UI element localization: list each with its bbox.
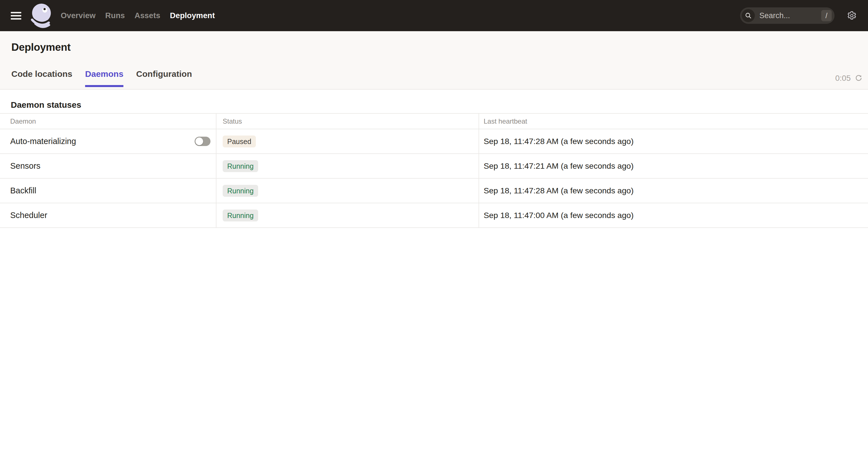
top-navigation-bar: Overview Runs Assets Deployment /	[0, 0, 868, 31]
status-badge: Running	[223, 160, 258, 172]
menu-icon[interactable]	[11, 12, 22, 20]
refresh-icon[interactable]	[855, 74, 863, 83]
tab-daemons[interactable]: Daemons	[85, 69, 123, 87]
search-input[interactable]	[760, 11, 821, 20]
daemon-name: Auto-materializing	[10, 137, 76, 146]
daemon-name: Backfill	[10, 186, 36, 195]
column-header-daemon: Daemon	[10, 118, 36, 125]
main-content: Daemon statuses Daemon Status Last heart…	[0, 90, 868, 228]
dagster-logo-icon[interactable]	[29, 3, 55, 29]
last-heartbeat-value: Sep 18, 11:47:28 AM (a few seconds ago)	[484, 137, 634, 146]
search-icon	[742, 9, 755, 22]
table-row: Backfill Running Sep 18, 11:47:28 AM (a …	[0, 178, 868, 203]
nav-deployment[interactable]: Deployment	[170, 11, 215, 20]
tab-configuration[interactable]: Configuration	[136, 69, 192, 87]
main-nav: Overview Runs Assets Deployment	[61, 11, 215, 20]
daemon-table: Daemon Status Last heartbeat Auto-materi…	[0, 113, 868, 228]
status-badge: Running	[223, 209, 258, 222]
refresh-area: 0:05	[835, 74, 863, 83]
table-header-row: Daemon Status Last heartbeat	[0, 114, 868, 129]
search-shortcut-hint: /	[821, 10, 832, 21]
table-row: Scheduler Running Sep 18, 11:47:00 AM (a…	[0, 203, 868, 228]
toggle-knob	[195, 137, 203, 145]
last-heartbeat-value: Sep 18, 11:47:00 AM (a few seconds ago)	[484, 211, 634, 220]
tab-code-locations[interactable]: Code locations	[11, 69, 72, 87]
search-box[interactable]: /	[740, 7, 835, 24]
page-header: Deployment Code locations Daemons Config…	[0, 31, 868, 90]
table-row: Auto-materializing Paused Sep 18, 11:47:…	[0, 129, 868, 154]
section-title: Daemon statuses	[0, 90, 868, 110]
nav-overview[interactable]: Overview	[61, 11, 96, 20]
column-header-last-heartbeat: Last heartbeat	[484, 118, 527, 125]
status-badge: Paused	[223, 135, 256, 147]
nav-assets[interactable]: Assets	[134, 11, 160, 20]
last-heartbeat-value: Sep 18, 11:47:21 AM (a few seconds ago)	[484, 161, 634, 171]
refresh-countdown: 0:05	[835, 74, 851, 83]
gear-icon[interactable]	[847, 11, 857, 21]
status-badge: Running	[223, 185, 258, 197]
page-title: Deployment	[11, 41, 71, 53]
daemon-name: Scheduler	[10, 211, 48, 220]
daemon-name: Sensors	[10, 161, 40, 171]
last-heartbeat-value: Sep 18, 11:47:28 AM (a few seconds ago)	[484, 186, 634, 195]
tab-bar: Code locations Daemons Configuration	[11, 69, 192, 87]
auto-materializing-toggle[interactable]	[194, 137, 211, 146]
nav-runs[interactable]: Runs	[105, 11, 125, 20]
column-header-status: Status	[223, 118, 242, 125]
table-row: Sensors Running Sep 18, 11:47:21 AM (a f…	[0, 154, 868, 178]
